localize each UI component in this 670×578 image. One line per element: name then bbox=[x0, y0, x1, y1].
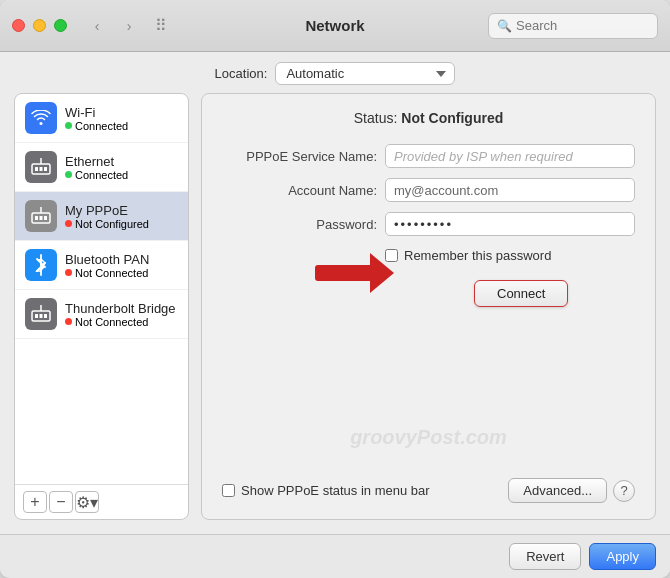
location-bar: Location: Automatic bbox=[0, 52, 670, 93]
main-content: Wi-Fi Connected bbox=[0, 93, 670, 534]
bluetooth-status-dot bbox=[65, 269, 72, 276]
bluetooth-status: Not Connected bbox=[65, 267, 149, 279]
remember-password-row: Remember this password bbox=[385, 248, 635, 263]
ethernet-status: Connected bbox=[65, 169, 128, 181]
pppoe-name: My PPPoE bbox=[65, 203, 149, 218]
svg-rect-12 bbox=[35, 314, 38, 318]
gear-button[interactable]: ⚙▾ bbox=[75, 491, 99, 513]
sidebar-item-ethernet[interactable]: Ethernet Connected bbox=[15, 143, 188, 192]
account-name-row: Account Name: bbox=[222, 178, 635, 202]
arrow-shaft bbox=[315, 265, 370, 281]
svg-rect-2 bbox=[35, 167, 38, 171]
add-network-button[interactable]: + bbox=[23, 491, 47, 513]
maximize-button[interactable] bbox=[54, 19, 67, 32]
search-input[interactable] bbox=[516, 18, 649, 33]
ethernet-name: Ethernet bbox=[65, 154, 128, 169]
service-name-row: PPPoE Service Name: bbox=[222, 144, 635, 168]
remove-network-button[interactable]: − bbox=[49, 491, 73, 513]
close-button[interactable] bbox=[12, 19, 25, 32]
connect-button[interactable]: Connect bbox=[474, 280, 568, 307]
svg-rect-3 bbox=[40, 167, 43, 171]
password-input[interactable] bbox=[385, 212, 635, 236]
password-label: Password: bbox=[222, 217, 377, 232]
traffic-lights bbox=[12, 19, 67, 32]
status-row: Status: Not Configured bbox=[222, 110, 635, 126]
sidebar-item-pppoe[interactable]: My PPPoE Not Configured bbox=[15, 192, 188, 241]
location-select[interactable]: Automatic bbox=[275, 62, 455, 85]
search-box: 🔍 bbox=[488, 13, 658, 39]
ethernet-status-dot bbox=[65, 171, 72, 178]
wifi-info: Wi-Fi Connected bbox=[65, 105, 128, 132]
bottom-bar: Revert Apply bbox=[0, 534, 670, 578]
pppoe-status-dot bbox=[65, 220, 72, 227]
bluetooth-icon bbox=[25, 249, 57, 281]
pppoe-status: Not Configured bbox=[65, 218, 149, 230]
bluetooth-info: Bluetooth PAN Not Connected bbox=[65, 252, 149, 279]
pppoe-info: My PPPoE Not Configured bbox=[65, 203, 149, 230]
red-arrow bbox=[315, 253, 394, 293]
grid-icon: ⠿ bbox=[155, 16, 167, 35]
right-panel: Status: Not Configured PPPoE Service Nam… bbox=[201, 93, 656, 520]
search-icon: 🔍 bbox=[497, 19, 512, 33]
sidebar-item-bluetooth[interactable]: Bluetooth PAN Not Connected bbox=[15, 241, 188, 290]
bluetooth-name: Bluetooth PAN bbox=[65, 252, 149, 267]
apply-button[interactable]: Apply bbox=[589, 543, 656, 570]
svg-rect-4 bbox=[44, 167, 47, 171]
show-status-label: Show PPPoE status in menu bar bbox=[241, 483, 430, 498]
sidebar-item-thunderbolt[interactable]: Thunderbolt Bridge Not Connected bbox=[15, 290, 188, 339]
wifi-status: Connected bbox=[65, 120, 128, 132]
network-window: ‹ › ⠿ Network 🔍 Location: Automatic bbox=[0, 0, 670, 578]
minimize-button[interactable] bbox=[33, 19, 46, 32]
wifi-status-dot bbox=[65, 122, 72, 129]
svg-rect-8 bbox=[40, 216, 43, 220]
ethernet-icon bbox=[25, 151, 57, 183]
sidebar: Wi-Fi Connected bbox=[14, 93, 189, 520]
sidebar-footer: + − ⚙▾ bbox=[15, 484, 188, 519]
service-name-label: PPPoE Service Name: bbox=[222, 149, 377, 164]
pppoe-icon bbox=[25, 200, 57, 232]
svg-rect-7 bbox=[35, 216, 38, 220]
thunderbolt-info: Thunderbolt Bridge Not Connected bbox=[65, 301, 176, 328]
revert-button[interactable]: Revert bbox=[509, 543, 581, 570]
forward-button[interactable]: › bbox=[115, 16, 143, 36]
thunderbolt-icon bbox=[25, 298, 57, 330]
status-label: Status: bbox=[354, 110, 398, 126]
advanced-help-group: Advanced... ? bbox=[508, 478, 635, 503]
status-value: Not Configured bbox=[401, 110, 503, 126]
remember-password-checkbox[interactable] bbox=[385, 249, 398, 262]
show-status-row: Show PPPoE status in menu bar Advanced..… bbox=[222, 478, 635, 503]
sidebar-list: Wi-Fi Connected bbox=[15, 94, 188, 484]
remember-password-label: Remember this password bbox=[404, 248, 551, 263]
arrow-container bbox=[315, 253, 394, 293]
titlebar: ‹ › ⠿ Network 🔍 bbox=[0, 0, 670, 52]
svg-rect-9 bbox=[44, 216, 47, 220]
thunderbolt-status-dot bbox=[65, 318, 72, 325]
wifi-name: Wi-Fi bbox=[65, 105, 128, 120]
account-name-input[interactable] bbox=[385, 178, 635, 202]
connect-area: Connect bbox=[385, 273, 635, 313]
help-button[interactable]: ? bbox=[613, 480, 635, 502]
wifi-icon bbox=[25, 102, 57, 134]
svg-rect-14 bbox=[44, 314, 47, 318]
panel-bottom: Show PPPoE status in menu bar Advanced..… bbox=[222, 478, 635, 503]
ethernet-info: Ethernet Connected bbox=[65, 154, 128, 181]
thunderbolt-status: Not Connected bbox=[65, 316, 176, 328]
advanced-button[interactable]: Advanced... bbox=[508, 478, 607, 503]
window-title: Network bbox=[305, 17, 364, 34]
show-pppoe-status-checkbox[interactable] bbox=[222, 484, 235, 497]
sidebar-item-wifi[interactable]: Wi-Fi Connected bbox=[15, 94, 188, 143]
account-name-label: Account Name: bbox=[222, 183, 377, 198]
form-section: PPPoE Service Name: Account Name: Passwo… bbox=[222, 144, 635, 236]
nav-buttons: ‹ › bbox=[83, 16, 143, 36]
svg-rect-13 bbox=[40, 314, 43, 318]
password-row: Password: bbox=[222, 212, 635, 236]
back-button[interactable]: ‹ bbox=[83, 16, 111, 36]
thunderbolt-name: Thunderbolt Bridge bbox=[65, 301, 176, 316]
watermark: groovyPost.com bbox=[350, 426, 507, 449]
location-label: Location: bbox=[215, 66, 268, 81]
service-name-input[interactable] bbox=[385, 144, 635, 168]
